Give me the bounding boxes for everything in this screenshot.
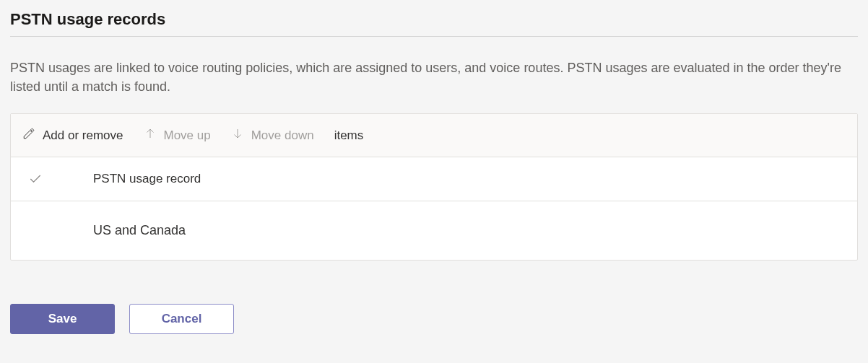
move-up-label: Move up xyxy=(164,128,211,143)
check-icon xyxy=(28,172,93,186)
pencil-icon xyxy=(22,127,35,144)
save-button[interactable]: Save xyxy=(10,304,115,334)
arrow-up-icon xyxy=(144,127,157,144)
row-value: US and Canada xyxy=(93,223,186,238)
toolbar: Add or remove Move up Move down items xyxy=(11,114,857,157)
table-row[interactable]: US and Canada xyxy=(11,201,857,260)
page-description: PSTN usages are linked to voice routing … xyxy=(10,58,858,96)
button-bar: Save Cancel xyxy=(10,304,858,334)
cancel-button[interactable]: Cancel xyxy=(129,304,234,334)
column-header: PSTN usage record xyxy=(93,172,201,186)
arrow-down-icon xyxy=(231,127,244,144)
items-label: items xyxy=(334,128,364,143)
move-up-button[interactable]: Move up xyxy=(144,127,211,144)
move-down-button[interactable]: Move down xyxy=(231,127,314,144)
add-remove-label: Add or remove xyxy=(43,128,123,143)
move-down-label: Move down xyxy=(251,128,314,143)
add-remove-button[interactable]: Add or remove xyxy=(22,127,123,144)
table-header: PSTN usage record xyxy=(11,157,857,201)
records-panel: Add or remove Move up Move down items PS… xyxy=(10,113,858,261)
page-title: PSTN usage records xyxy=(10,10,858,37)
